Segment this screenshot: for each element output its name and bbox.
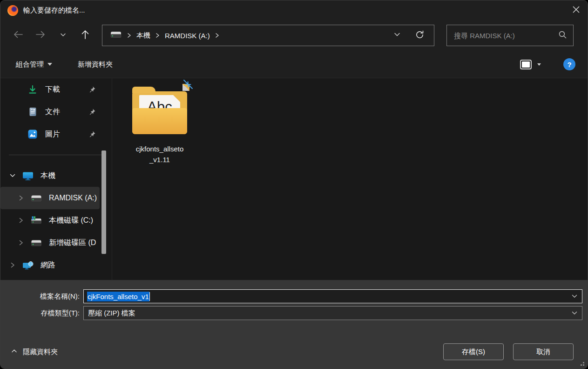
sidebar-item-label: 新增磁碟區 (D [49, 238, 96, 248]
resize-grip[interactable] [583, 364, 584, 366]
filename-dropdown-icon[interactable] [571, 293, 578, 300]
computer-icon [22, 171, 34, 181]
breadcrumb-chevron-icon [215, 33, 219, 38]
save-dialog-window: 輸入要儲存的檔名... [0, 0, 588, 369]
sidebar-scrollbar-thumb[interactable] [101, 150, 106, 254]
sidebar-item-label: 本機磁碟 (C:) [49, 216, 93, 226]
sidebar-item-this-pc[interactable]: 本機 [0, 164, 112, 187]
organize-button[interactable]: 組合管理 [16, 60, 52, 69]
dialog-footer: 隱藏資料夾 存檔(S) 取消 [0, 335, 588, 369]
hide-folders-label: 隱藏資料夾 [23, 348, 58, 356]
forward-button[interactable] [29, 26, 52, 45]
titlebar: 輸入要儲存的檔名... [0, 0, 588, 20]
arrow-up-icon [80, 29, 91, 42]
windows-drive-icon [31, 216, 42, 225]
sidebar-item-label: RAMDISK (A:) [49, 194, 97, 202]
drive-icon [110, 30, 122, 41]
chevron-down-icon [60, 31, 67, 40]
search-box [446, 25, 574, 46]
chevron-right-icon[interactable] [17, 239, 25, 246]
content-area: 下載 文件 [0, 78, 588, 280]
up-button[interactable] [74, 26, 96, 45]
command-toolbar: 組合管理 新增資料夾 ? [0, 51, 588, 78]
sidebar-item-pictures[interactable]: 圖片 [0, 123, 112, 145]
sidebar-item-documents[interactable]: 文件 [0, 101, 112, 123]
pin-icon[interactable] [88, 108, 96, 116]
download-icon [27, 84, 38, 95]
sidebar-item-downloads[interactable]: 下載 [0, 78, 112, 101]
arrow-right-icon [35, 29, 46, 42]
address-dropdown-button[interactable] [393, 31, 401, 40]
view-thumbnail-icon [522, 62, 530, 68]
sidebar-divider [9, 155, 103, 155]
recent-locations-button[interactable] [52, 26, 74, 45]
firefox-icon [7, 5, 18, 16]
sidebar-item-ramdisk-a[interactable]: RAMDISK (A:) [0, 187, 100, 209]
filename-selected-text: cjkFonts_allseto_v1 [87, 292, 149, 301]
breadcrumb-current[interactable]: RAMDISK (A:) [165, 32, 210, 40]
file-list-area[interactable]: Abc cjkfonts_allseto _v1.11 [112, 78, 588, 280]
navigation-pane: 下載 文件 [0, 78, 112, 280]
breadcrumb-chevron-icon [127, 33, 131, 38]
save-button[interactable]: 存檔(S) [443, 343, 504, 360]
back-button[interactable] [7, 26, 29, 45]
hide-folders-button[interactable]: 隱藏資料夾 [11, 348, 58, 356]
help-button[interactable]: ? [563, 58, 575, 70]
new-folder-label: 新增資料夾 [78, 60, 113, 69]
folder-icon: Abc [130, 84, 189, 136]
sidebar-item-local-disk-c[interactable]: 本機磁碟 (C:) [0, 209, 112, 232]
drive-icon [31, 239, 42, 247]
refresh-button[interactable] [415, 30, 425, 41]
pin-icon[interactable] [88, 86, 96, 93]
sidebar-item-label: 文件 [45, 107, 60, 117]
close-icon [572, 6, 580, 15]
chevron-right-icon[interactable] [17, 195, 25, 201]
chevron-down-icon[interactable] [9, 172, 16, 179]
drive-icon [31, 194, 42, 203]
filetype-value: 壓縮 (ZIP) 檔案 [88, 309, 135, 318]
compress-arrows-icon [181, 78, 195, 94]
address-bar[interactable]: 本機 RAMDISK (A:) [102, 25, 434, 46]
sidebar-item-new-volume-d[interactable]: 新增磁碟區 (D [0, 232, 112, 254]
filetype-dropdown-icon[interactable] [571, 310, 578, 316]
search-icon[interactable] [558, 30, 567, 41]
triangle-down-icon [47, 63, 52, 66]
pin-icon[interactable] [88, 130, 96, 138]
folder-item[interactable]: Abc cjkfonts_allseto _v1.11 [125, 84, 194, 165]
chevron-right-icon[interactable] [17, 217, 25, 224]
arrow-left-icon [13, 29, 24, 42]
view-dropdown-icon[interactable] [537, 63, 541, 66]
filetype-select[interactable]: 壓縮 (ZIP) 檔案 [83, 306, 582, 320]
document-icon [27, 107, 38, 117]
navigation-bar: 本機 RAMDISK (A:) [0, 20, 588, 51]
sidebar-item-label: 圖片 [45, 130, 60, 139]
filetype-label: 存檔類型(T): [0, 309, 83, 318]
chevron-right-icon[interactable] [9, 262, 16, 268]
save-form-panel: 檔案名稱(N): cjkFonts_allseto_v1 存檔類型(T): 壓縮… [0, 280, 588, 369]
close-button[interactable] [564, 0, 588, 20]
sidebar-item-label: 網路 [41, 260, 55, 270]
filename-input[interactable]: cjkFonts_allseto_v1 [83, 289, 582, 303]
question-mark-icon: ? [567, 61, 571, 68]
organize-label: 組合管理 [16, 60, 44, 69]
pictures-icon [27, 129, 38, 139]
search-input[interactable] [453, 31, 558, 40]
text-caret [149, 292, 150, 301]
sidebar-item-label: 本機 [41, 171, 55, 181]
network-icon [22, 260, 34, 270]
sidebar-item-label: 下載 [45, 85, 60, 95]
breadcrumb-chevron-icon [155, 33, 160, 38]
change-view-button[interactable] [520, 60, 532, 69]
cancel-button[interactable]: 取消 [513, 343, 574, 360]
window-title: 輸入要儲存的檔名... [23, 6, 85, 15]
folder-name: cjkfonts_allseto _v1.11 [136, 144, 184, 165]
filename-label: 檔案名稱(N): [0, 292, 83, 301]
sidebar-item-network[interactable]: 網路 [0, 254, 112, 276]
chevron-up-icon [11, 348, 18, 356]
new-folder-button[interactable]: 新增資料夾 [78, 60, 113, 69]
breadcrumb-root[interactable]: 本機 [136, 31, 150, 40]
